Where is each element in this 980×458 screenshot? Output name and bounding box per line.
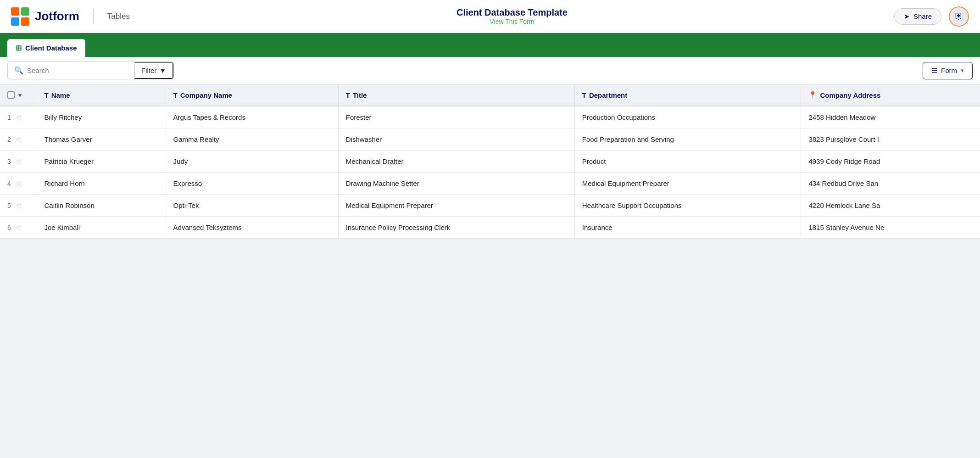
form-view-button[interactable]: ☰ Form ▾: [923, 62, 973, 79]
th-company-address: 📍 Company Address: [801, 84, 980, 106]
row-num-cell-4: 5 ☆: [0, 195, 37, 217]
cell-title-3: Drawing Machine Setter: [338, 173, 574, 195]
cell-address-1: 3823 Pursglove Court I: [801, 128, 980, 151]
cell-address-0: 2458 Hidden Meadow: [801, 106, 980, 128]
star-icon[interactable]: ☆: [16, 179, 22, 188]
cell-department-0: Production Occupations: [574, 106, 801, 128]
avatar-icon: ⛨: [954, 11, 963, 22]
star-icon[interactable]: ☆: [16, 223, 22, 232]
star-icon[interactable]: ☆: [16, 113, 22, 122]
cell-name-1: Thomas Garver: [37, 128, 166, 151]
search-filter-group: 🔍 Filter ▼: [7, 61, 174, 79]
th-title-label: Title: [353, 91, 367, 99]
cell-name-0: Billy Ritchey: [37, 106, 166, 128]
data-table-container: ▾ T Name T Company Name: [0, 84, 980, 239]
svg-rect-3: [21, 17, 29, 26]
name-type-icon: T: [45, 91, 49, 99]
tab-client-database[interactable]: ⊞ Client Database: [7, 39, 85, 57]
header-title: Client Database Template: [130, 7, 894, 18]
row-num-cell-5: 6 ☆: [0, 217, 37, 239]
cell-title-4: Medical Equipment Preparer: [338, 195, 574, 217]
cell-title-1: Dishwasher: [338, 128, 574, 151]
data-table: ▾ T Name T Company Name: [0, 84, 980, 239]
cell-title-5: Insurance Policy Processing Clerk: [338, 217, 574, 239]
row-number: 4: [7, 180, 11, 187]
th-name: T Name: [37, 84, 166, 106]
tables-label: Tables: [107, 12, 130, 21]
header-right: ➤ Share ⛨: [894, 6, 969, 27]
department-type-icon: T: [582, 91, 586, 99]
form-icon: ☰: [931, 67, 937, 75]
share-label: Share: [913, 12, 932, 20]
th-company-name: T Company Name: [166, 84, 338, 106]
title-type-icon: T: [346, 91, 350, 99]
cell-company-5: Advansed Teksyztems: [166, 217, 338, 239]
form-label: Form: [941, 67, 957, 74]
search-box: 🔍: [8, 62, 134, 78]
cell-address-3: 434 Redbud Drive San: [801, 173, 980, 195]
filter-button[interactable]: Filter ▼: [134, 62, 173, 79]
cell-company-3: Expresso: [166, 173, 338, 195]
toolbar: 🔍 Filter ▼ ☰ Form ▾: [0, 57, 980, 84]
table-row: 3 ☆ Patricia Krueger Judy Mechanical Dra…: [0, 151, 980, 173]
star-icon[interactable]: ☆: [16, 201, 22, 210]
star-icon[interactable]: ☆: [16, 157, 22, 166]
row-num-cell-1: 2 ☆: [0, 128, 37, 151]
tab-label: Client Database: [25, 44, 77, 52]
cell-title-0: Forester: [338, 106, 574, 128]
cell-name-5: Joe Kimball: [37, 217, 166, 239]
table-row: 1 ☆ Billy Ritchey Argus Tapes & Records …: [0, 106, 980, 128]
filter-funnel-icon: ▼: [159, 67, 166, 74]
th-title: T Title: [338, 84, 574, 106]
share-button[interactable]: ➤ Share: [894, 8, 941, 25]
table-row: 5 ☆ Caitlin Robinson Opti-Tek Medical Eq…: [0, 195, 980, 217]
cell-department-2: Product: [574, 151, 801, 173]
cell-department-1: Food Preparation and Serving: [574, 128, 801, 151]
cell-department-5: Insurance: [574, 217, 801, 239]
cell-address-5: 1815 Stanley Avenue Ne: [801, 217, 980, 239]
cell-title-2: Mechanical Drafter: [338, 151, 574, 173]
star-icon[interactable]: ☆: [16, 135, 22, 144]
header-center: Client Database Template View This Form: [130, 7, 894, 25]
th-department: T Department: [574, 84, 801, 106]
address-location-icon: 📍: [808, 91, 817, 99]
row-number: 2: [7, 136, 11, 143]
svg-rect-2: [11, 17, 19, 26]
row-num-cell-2: 3 ☆: [0, 151, 37, 173]
search-input[interactable]: [27, 67, 128, 74]
cell-department-3: Medical Equipment Preparer: [574, 173, 801, 195]
search-icon: 🔍: [14, 66, 23, 75]
jotform-logo-icon: [11, 7, 29, 26]
table-body: 1 ☆ Billy Ritchey Argus Tapes & Records …: [0, 106, 980, 239]
cell-name-3: Richard Horn: [37, 173, 166, 195]
th-address-label: Company Address: [820, 91, 880, 99]
logo-area: Jotform Tables: [11, 7, 130, 26]
row-number: 3: [7, 158, 11, 165]
row-expand-chevron[interactable]: ▾: [18, 92, 22, 99]
cell-department-4: Healthcare Support Occupations: [574, 195, 801, 217]
th-checkbox: ▾: [0, 84, 37, 106]
cell-address-4: 4220 Hemlock Lane Sa: [801, 195, 980, 217]
row-number: 6: [7, 224, 11, 231]
th-name-label: Name: [51, 91, 70, 99]
avatar[interactable]: ⛨: [949, 6, 969, 27]
view-form-link[interactable]: View This Form: [130, 18, 894, 25]
form-chevron-icon: ▾: [961, 67, 964, 74]
share-arrow-icon: ➤: [904, 12, 910, 21]
header-divider: [93, 9, 94, 24]
th-department-label: Department: [589, 91, 627, 99]
cell-company-0: Argus Tapes & Records: [166, 106, 338, 128]
tab-bar: ⊞ Client Database: [0, 33, 980, 57]
app-header: Jotform Tables Client Database Template …: [0, 0, 980, 33]
logo-text: Jotform: [35, 9, 79, 23]
table-row: 2 ☆ Thomas Garver Gamma Realty Dishwashe…: [0, 128, 980, 151]
tab-grid-icon: ⊞: [16, 44, 22, 52]
cell-company-4: Opti-Tek: [166, 195, 338, 217]
svg-rect-1: [21, 7, 29, 16]
select-all-checkbox[interactable]: [7, 91, 15, 99]
cell-name-4: Caitlin Robinson: [37, 195, 166, 217]
row-num-cell-0: 1 ☆: [0, 106, 37, 128]
row-num-cell-3: 4 ☆: [0, 173, 37, 195]
table-header-row: ▾ T Name T Company Name: [0, 84, 980, 106]
svg-rect-0: [11, 7, 19, 16]
